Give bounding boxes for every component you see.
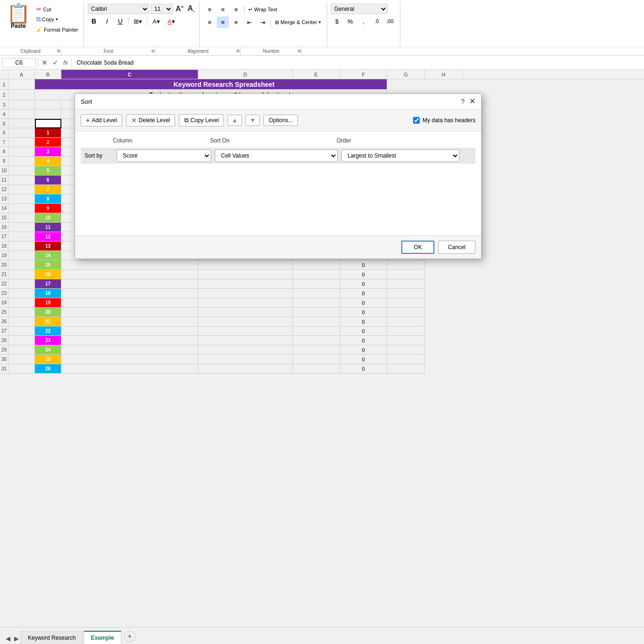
cell-a10[interactable] [8, 166, 35, 176]
move-up-button[interactable]: ▲ [228, 115, 242, 126]
align-middle-button[interactable]: ≡ [217, 4, 229, 15]
dialog-close-button[interactable]: ✕ [469, 98, 475, 105]
cell-b10[interactable]: 5 [35, 166, 61, 176]
cell-g26[interactable] [387, 317, 425, 326]
align-top-button[interactable]: ≡ [203, 4, 216, 15]
cell-a22[interactable] [8, 279, 35, 289]
cell-d21[interactable] [198, 270, 293, 279]
delete-level-button[interactable]: ✕ Delete Level [126, 114, 176, 126]
cell-b28[interactable]: 23 [35, 336, 61, 345]
cell-b11[interactable]: 6 [35, 176, 61, 185]
cell-b25[interactable]: 20 [35, 308, 61, 317]
cell-d27[interactable] [198, 326, 293, 336]
score-cell[interactable]: 0 [340, 326, 387, 336]
col-header-a[interactable]: A [8, 70, 35, 79]
cell-b16[interactable]: 11 [35, 223, 61, 232]
cell-d22[interactable] [198, 279, 293, 289]
cell-a24[interactable] [8, 298, 35, 308]
cell-a17[interactable] [8, 232, 35, 242]
cell-d31[interactable] [198, 364, 293, 374]
cell-a28[interactable] [8, 336, 35, 345]
cell-b7[interactable]: 2 [35, 138, 61, 147]
cell-c28[interactable] [61, 336, 198, 345]
cell-a31[interactable] [8, 364, 35, 374]
paste-button[interactable]: 📋 Paste [4, 2, 33, 31]
align-bottom-button[interactable]: ≡ [230, 4, 242, 15]
cell-b15[interactable]: 10 [35, 213, 61, 223]
number-expand-icon[interactable]: ⧉ [298, 49, 301, 54]
cell-d29[interactable] [198, 345, 293, 355]
cell-d26[interactable] [198, 317, 293, 326]
score-cell[interactable]: 0 [340, 260, 387, 270]
cell-b5[interactable] [35, 119, 61, 128]
cell-a4[interactable] [8, 109, 35, 119]
cell-a2[interactable] [8, 90, 35, 100]
cell-b14[interactable]: 9 [35, 204, 61, 213]
cancel-button[interactable]: Cancel [438, 241, 475, 254]
score-cell[interactable]: 0 [340, 355, 387, 364]
insert-function-icon[interactable]: fx [62, 59, 69, 66]
order-select[interactable]: Largest to Smallest [341, 150, 459, 162]
col-header-b[interactable]: B [35, 70, 61, 79]
nav-right-arrow[interactable]: ▶ [12, 633, 21, 644]
cell-e21[interactable] [293, 270, 340, 279]
cell-a6[interactable] [8, 128, 35, 138]
col-header-h[interactable]: H [425, 70, 463, 79]
cell-g22[interactable] [387, 279, 425, 289]
score-cell[interactable]: 0 [340, 289, 387, 298]
col-header-d[interactable]: D [198, 70, 293, 79]
cell-d30[interactable] [198, 355, 293, 364]
cell-g24[interactable] [387, 298, 425, 308]
cell-b2[interactable] [35, 90, 61, 100]
cell-reference-input[interactable]: C6 [2, 58, 36, 67]
underline-button[interactable]: U [114, 16, 127, 27]
tab-example[interactable]: Example [84, 631, 121, 644]
format-painter-button[interactable]: 🖌 Format Painter [35, 25, 80, 34]
cut-button[interactable]: ✂ Cut [35, 5, 80, 14]
cell-a25[interactable] [8, 308, 35, 317]
cell-c26[interactable] [61, 317, 198, 326]
cell-g31[interactable] [387, 364, 425, 374]
col-header-c[interactable]: C [61, 70, 198, 79]
cell-g27[interactable] [387, 326, 425, 336]
comma-button[interactable]: , [357, 16, 370, 27]
cell-c27[interactable] [61, 326, 198, 336]
cell-g25[interactable] [387, 308, 425, 317]
cell-c25[interactable] [61, 308, 198, 317]
decrease-indent-button[interactable]: ⇤ [243, 17, 255, 28]
number-format-select[interactable]: General [331, 4, 388, 14]
cell-a9[interactable] [8, 157, 35, 166]
borders-button[interactable]: ⊞▾ [131, 16, 145, 27]
score-cell[interactable]: 0 [340, 364, 387, 374]
font-name-select[interactable]: Calibri [88, 4, 149, 14]
cell-g28[interactable] [387, 336, 425, 345]
copy-level-button[interactable]: ⧉ Copy Level [179, 114, 224, 126]
cell-b24[interactable]: 19 [35, 298, 61, 308]
cell-e27[interactable] [293, 326, 340, 336]
formula-input[interactable]: Chocolate Soda Bread [74, 59, 642, 67]
dialog-help-button[interactable]: ? [461, 98, 465, 105]
cell-c30[interactable] [61, 355, 198, 364]
sort-on-select[interactable]: Cell Values [215, 150, 338, 162]
cell-e29[interactable] [293, 345, 340, 355]
nav-left-arrow[interactable]: ◀ [4, 633, 12, 644]
cell-d28[interactable] [198, 336, 293, 345]
bold-button[interactable]: B [88, 16, 100, 27]
percent-button[interactable]: % [344, 16, 356, 27]
cell-e25[interactable] [293, 308, 340, 317]
cell-c20[interactable] [61, 260, 198, 270]
score-cell[interactable]: 0 [340, 317, 387, 326]
cell-a29[interactable] [8, 345, 35, 355]
cell-d24[interactable] [198, 298, 293, 308]
cell-b3[interactable] [35, 100, 61, 109]
cell-e31[interactable] [293, 364, 340, 374]
cell-a13[interactable] [8, 194, 35, 204]
sort-by-select[interactable]: Score [117, 150, 211, 162]
align-left-button[interactable]: ≡ [203, 17, 216, 28]
cell-e24[interactable] [293, 298, 340, 308]
increase-font-button[interactable]: A+ [175, 4, 185, 13]
cell-g20[interactable] [387, 260, 425, 270]
cell-c21[interactable] [61, 270, 198, 279]
cell-c29[interactable] [61, 345, 198, 355]
cell-b22[interactable]: 17 [35, 279, 61, 289]
